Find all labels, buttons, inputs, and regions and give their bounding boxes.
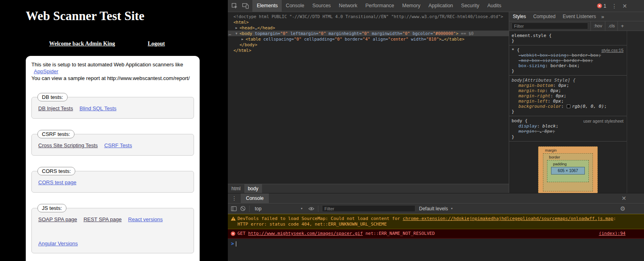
text-cursor bbox=[236, 241, 236, 247]
dom-tree-node[interactable]: ▶<table cellspacing="0" cellpadding="0" … bbox=[228, 36, 509, 42]
css-selector[interactable]: body[Attributes Style] { bbox=[512, 78, 624, 83]
breadcrumb-html[interactable]: html bbox=[228, 184, 244, 193]
property-value: 0px bbox=[550, 88, 558, 93]
stylesheet-link[interactable]: style.css:15 bbox=[601, 48, 623, 53]
property-value: border-box bbox=[564, 58, 590, 63]
message-link[interactable]: http://www.mightyseek.com/images/spacer.… bbox=[248, 231, 363, 236]
dom-tree-node[interactable]: …▼<body topmargin="0" leftmargin="0" mar… bbox=[228, 31, 509, 36]
css-property[interactable]: margin-top: 0px; bbox=[512, 88, 624, 93]
error-badge-icon bbox=[597, 3, 602, 8]
css-property[interactable]: -moz-box-sizing: border-box; bbox=[512, 58, 624, 63]
test-link[interactable]: SOAP SPA page bbox=[38, 216, 77, 223]
page-title: Web Scanner Test Site bbox=[26, 9, 144, 23]
dom-token: border= bbox=[342, 37, 363, 41]
dom-tree-node[interactable]: ▶<head>…</head> bbox=[228, 25, 509, 31]
dom-token: == $0 bbox=[458, 31, 474, 36]
styles-tabs: StylesComputedEvent Listeners bbox=[509, 12, 600, 21]
expand-arrow-icon[interactable]: ▶ bbox=[235, 25, 239, 31]
tab-network[interactable]: Network bbox=[335, 0, 361, 12]
error-badge[interactable]: 1 bbox=[597, 3, 607, 9]
logout-link[interactable]: Logout bbox=[148, 41, 165, 47]
console-sidebar-icon[interactable] bbox=[231, 206, 237, 211]
test-link[interactable]: Blind SQL Tests bbox=[79, 105, 116, 112]
new-style-rule-button[interactable]: + bbox=[617, 21, 627, 31]
toggle-element-state-button[interactable]: :hov bbox=[590, 21, 605, 31]
tab-performance[interactable]: Performance bbox=[361, 0, 398, 12]
log-levels-dropdown[interactable]: Default levels ▼ bbox=[419, 206, 453, 212]
css-property[interactable]: margin: ▸ 8px; bbox=[512, 129, 624, 134]
css-property[interactable]: margin-right: 0px; bbox=[512, 93, 624, 99]
dom-tree-node[interactable]: <html> bbox=[228, 19, 509, 25]
property-value: block bbox=[543, 123, 556, 129]
css-property[interactable]: display: block; bbox=[512, 123, 624, 129]
styles-sidebar: StylesComputedEvent Listeners » :hov .cl… bbox=[509, 12, 644, 193]
dom-tree-node[interactable]: <!doctype html PUBLIC "-//W3C//DTD HTML … bbox=[228, 14, 509, 19]
chevron-down-icon: ▼ bbox=[300, 207, 303, 210]
dom-tree-node[interactable]: </body> bbox=[228, 42, 509, 47]
tab-sources[interactable]: Sources bbox=[308, 0, 335, 12]
node-overflow-dots[interactable]: … bbox=[229, 31, 231, 36]
styles-tab-computed[interactable]: Computed bbox=[530, 12, 559, 21]
css-property[interactable]: background-color: rgb(0, 0, 0); bbox=[512, 104, 624, 109]
console-filter-input[interactable] bbox=[322, 205, 415, 212]
test-link[interactable]: Angular Versions bbox=[38, 240, 78, 247]
test-link[interactable]: React versions bbox=[128, 216, 163, 223]
welcome-link[interactable]: Welcome back Admin King bbox=[49, 41, 115, 47]
css-property[interactable]: margin-left: 0px; bbox=[512, 99, 624, 104]
console-prompt[interactable]: > bbox=[228, 238, 644, 249]
test-link[interactable]: REST SPA page bbox=[83, 216, 122, 223]
message-link[interactable]: chrome-extension://hdokiejnpimakedhajhdl… bbox=[403, 216, 613, 221]
tab-memory[interactable]: Memory bbox=[398, 0, 424, 12]
inspect-element-icon[interactable] bbox=[231, 3, 238, 9]
overflow-tabs-icon[interactable]: » bbox=[601, 14, 604, 20]
close-drawer-icon[interactable]: ✕ bbox=[621, 195, 626, 201]
dom-token: </table> bbox=[444, 37, 464, 41]
styles-tab-styles[interactable]: Styles bbox=[509, 12, 530, 21]
tab-security[interactable]: Security bbox=[457, 0, 483, 12]
dom-token: width= bbox=[409, 37, 426, 41]
property-value: 0px bbox=[558, 83, 566, 88]
console-drawer-tab[interactable]: Console bbox=[241, 193, 269, 203]
test-link[interactable]: DB Inject Tests bbox=[38, 105, 73, 112]
dom-tree-node[interactable]: </html> bbox=[228, 47, 509, 53]
css-property[interactable]: -webkit-box-sizing: border-box; bbox=[512, 53, 624, 58]
styles-tab-event-listeners[interactable]: Event Listeners bbox=[559, 12, 600, 21]
tab-audits[interactable]: Audits bbox=[483, 0, 506, 12]
close-devtools-icon[interactable]: ✕ bbox=[622, 3, 627, 9]
css-property[interactable]: box-sizing: border-box; bbox=[512, 63, 624, 68]
test-link[interactable]: CORS test page bbox=[38, 179, 76, 186]
js-context-selector[interactable]: top ▼ bbox=[253, 206, 305, 212]
closing-brace: } bbox=[512, 109, 624, 114]
clear-console-icon[interactable] bbox=[240, 206, 246, 211]
margin-label: margin bbox=[543, 147, 593, 153]
message-source-link[interactable]: (index):94 bbox=[599, 231, 625, 236]
box-model-content[interactable]: 605 × 1067 bbox=[551, 167, 585, 175]
css-rule: * {style.css:15-webkit-box-sizing: borde… bbox=[509, 45, 627, 76]
property-value: rgb(0, 0, 0) bbox=[572, 104, 604, 109]
breadcrumb-body[interactable]: body bbox=[244, 184, 262, 193]
css-property[interactable]: margin-bottom: 0px; bbox=[512, 83, 624, 88]
element-classes-button[interactable]: .cls bbox=[605, 21, 618, 31]
dom-token: leftmargin= bbox=[288, 31, 318, 36]
box-model-margin[interactable]: margin border padding 605 × 1067 bbox=[538, 146, 598, 193]
color-swatch[interactable] bbox=[567, 105, 570, 108]
device-toolbar-icon[interactable] bbox=[242, 3, 249, 9]
chevron-down-icon: ▼ bbox=[450, 207, 453, 210]
box-model-padding[interactable]: padding 605 × 1067 bbox=[547, 160, 589, 182]
expand-shorthand-icon[interactable]: ▸ bbox=[540, 130, 542, 134]
box-model-border[interactable]: border padding 605 × 1067 bbox=[543, 153, 593, 191]
test-link[interactable]: CSRF Tests bbox=[104, 142, 132, 149]
expand-arrow-icon[interactable]: ▶ bbox=[242, 37, 246, 42]
live-expression-eye-icon[interactable] bbox=[308, 207, 314, 211]
drawer-menu-icon[interactable]: ⋮ bbox=[228, 195, 241, 201]
tab-application[interactable]: Application bbox=[424, 0, 457, 12]
styles-filter-input[interactable] bbox=[512, 23, 588, 29]
tab-elements[interactable]: Elements bbox=[253, 0, 282, 12]
test-link[interactable]: Cross Site Scripting Tests bbox=[38, 142, 98, 149]
console-settings-gear-icon[interactable]: ⚙ bbox=[620, 206, 625, 212]
css-selector[interactable]: element.style { bbox=[512, 33, 624, 38]
tab-console[interactable]: Console bbox=[282, 0, 308, 12]
more-menu-icon[interactable]: ⋮ bbox=[611, 3, 617, 9]
appspider-link[interactable]: AppSpider bbox=[34, 68, 58, 75]
collapse-arrow-icon[interactable]: ▼ bbox=[235, 31, 239, 37]
